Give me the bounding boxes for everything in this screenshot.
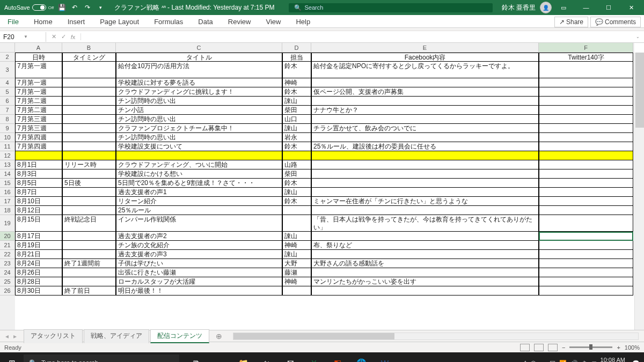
ribbon-tab-page-layout[interactable]: Page Layout: [92, 16, 147, 27]
row-header-16[interactable]: 16: [0, 188, 15, 197]
cell-C16[interactable]: 過去支援者の声1: [116, 188, 282, 197]
cell-E14[interactable]: [311, 169, 539, 179]
row-header-19[interactable]: 19: [0, 215, 15, 232]
cell-A7[interactable]: 7月第二週: [15, 106, 62, 115]
cell-E17[interactable]: ミャンマー在住者が「チンに行きたい」と思うような: [311, 197, 539, 206]
cell-C3[interactable]: 給付金10万円の活用方法: [116, 62, 282, 78]
cell-B25[interactable]: [62, 277, 116, 286]
row-header-2[interactable]: 2: [0, 53, 15, 62]
cell-D19[interactable]: [282, 215, 311, 232]
cell-F21[interactable]: [539, 241, 633, 250]
cell-E12[interactable]: [311, 151, 539, 160]
cell-C9[interactable]: クラファンプロジェクトチーム募集中！: [116, 124, 282, 133]
cell-B11[interactable]: [62, 142, 116, 151]
col-header-A[interactable]: A: [15, 43, 62, 53]
col-header-C[interactable]: C: [116, 43, 282, 53]
row-header-26[interactable]: 26: [0, 286, 15, 295]
cell-D20[interactable]: 諌山: [282, 232, 311, 241]
comments-button[interactable]: 💬 Comments: [590, 17, 641, 27]
cell-A11[interactable]: 7月第四週: [15, 142, 62, 151]
chrome-icon[interactable]: 🌐: [350, 352, 372, 362]
cell-E26[interactable]: [311, 286, 539, 295]
row-header-14[interactable]: 14: [0, 169, 15, 179]
cell-B9[interactable]: [62, 124, 116, 133]
maximize-icon[interactable]: ☐: [598, 0, 619, 15]
row-header-10[interactable]: 10: [0, 133, 15, 142]
redo-icon[interactable]: ↷: [83, 3, 92, 12]
row-headers[interactable]: 2345678910111213141516171819202122232425…: [0, 53, 15, 330]
cell-C24[interactable]: 出張に行きたい藤瀬: [116, 268, 282, 277]
row-header-22[interactable]: 22: [0, 250, 15, 259]
ribbon-tab-insert[interactable]: Insert: [60, 16, 93, 27]
cell-D9[interactable]: 諌山: [282, 124, 311, 133]
cell-E13[interactable]: [311, 160, 539, 169]
cell-B10[interactable]: [62, 133, 116, 142]
account-name[interactable]: 鈴木 亜香里: [502, 3, 536, 12]
cell-B14[interactable]: [62, 169, 116, 179]
edge-icon[interactable]: e: [208, 352, 231, 362]
cell-C22[interactable]: 過去支援者の声3: [116, 250, 282, 259]
cell-F15[interactable]: [539, 179, 633, 188]
cell-B2[interactable]: タイミング: [62, 53, 116, 62]
share-button[interactable]: ↗ Share: [554, 17, 588, 27]
cell-D11[interactable]: 鈴木: [282, 142, 311, 151]
formula-input[interactable]: [81, 36, 634, 38]
cell-F11[interactable]: [539, 142, 633, 151]
cell-A9[interactable]: 7月第三週: [15, 124, 62, 133]
cell-F9[interactable]: [539, 124, 633, 133]
cell-C26[interactable]: 明日が最後！！: [116, 286, 282, 295]
cell-F24[interactable]: [539, 268, 633, 277]
cell-D15[interactable]: 鈴木: [282, 179, 311, 188]
undo-icon[interactable]: ↶: [70, 3, 79, 12]
cell-A25[interactable]: 8月28日: [15, 277, 62, 286]
cell-A2[interactable]: 日時: [15, 53, 62, 62]
zoom-level[interactable]: 100%: [625, 344, 640, 351]
cell-D8[interactable]: 山口: [282, 115, 311, 124]
cell-D22[interactable]: 諌山: [282, 250, 311, 259]
cell-A26[interactable]: 8月30日: [15, 286, 62, 295]
cell-B17[interactable]: [62, 197, 116, 206]
fx-icon[interactable]: fx: [69, 34, 77, 40]
cell-B23[interactable]: 終了1週間前: [62, 259, 116, 268]
cell-C6[interactable]: チン訪問時の思い出: [116, 97, 282, 106]
row-header-8[interactable]: 8: [0, 115, 15, 124]
cell-F2[interactable]: Twitter140字: [539, 53, 633, 62]
row-header-4[interactable]: 4: [0, 78, 15, 87]
col-header-D[interactable]: D: [282, 43, 311, 53]
cell-A10[interactable]: 7月第四週: [15, 133, 62, 142]
cell-A23[interactable]: 8月24日: [15, 259, 62, 268]
cell-F10[interactable]: [539, 133, 633, 142]
cell-E3[interactable]: 給付金を認定NPOに寄付すると少し戻ってくるからラッキーですよ。: [311, 62, 539, 78]
spreadsheet-grid[interactable]: ABCDEF 234567891011121314151617181920212…: [0, 43, 644, 330]
cell-B20[interactable]: [62, 232, 116, 241]
cell-B7[interactable]: [62, 106, 116, 115]
tray-ime-icon[interactable]: あ: [582, 359, 588, 363]
cell-E22[interactable]: [311, 250, 539, 259]
row-header-13[interactable]: 13: [0, 160, 15, 169]
cell-B16[interactable]: [62, 188, 116, 197]
cell-A18[interactable]: 8月12日: [15, 206, 62, 215]
autosave-toggle[interactable]: AutoSave Off: [4, 4, 54, 11]
cell-A3[interactable]: 7月第一週: [15, 62, 62, 78]
cell-C23[interactable]: 子供は学びたい: [116, 259, 282, 268]
column-headers[interactable]: ABCDEF: [15, 43, 634, 53]
cell-C15[interactable]: 5日間で20％を集めると9割達成！？さて・・・: [116, 179, 282, 188]
cell-D21[interactable]: 神崎: [282, 241, 311, 250]
row-header-21[interactable]: 21: [0, 241, 15, 250]
cell-D10[interactable]: 岩永: [282, 133, 311, 142]
cell-B22[interactable]: [62, 250, 116, 259]
cell-F5[interactable]: [539, 87, 633, 97]
explorer-icon[interactable]: 📁: [232, 352, 254, 362]
cell-D12[interactable]: [282, 151, 311, 160]
zoom-in-icon[interactable]: +: [617, 344, 620, 351]
cell-F4[interactable]: [539, 78, 633, 87]
cell-F19[interactable]: [539, 215, 633, 232]
mail-icon[interactable]: ✉: [279, 352, 302, 362]
ribbon-tab-file[interactable]: File: [0, 16, 26, 27]
ribbon-tab-home[interactable]: Home: [26, 16, 60, 27]
cell-D5[interactable]: 鈴木: [282, 87, 311, 97]
cell-C21[interactable]: チン族の文化紹介: [116, 241, 282, 250]
row-header-11[interactable]: 11: [0, 142, 15, 151]
col-header-B[interactable]: B: [62, 43, 116, 53]
search-box[interactable]: 🔍 Search: [289, 3, 493, 12]
